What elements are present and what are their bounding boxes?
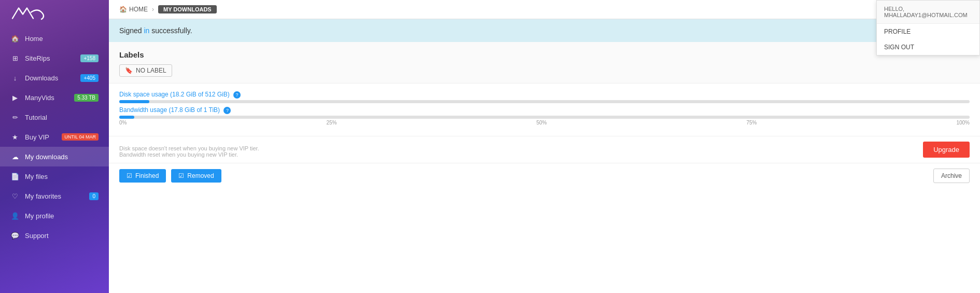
- main-content: HELLO, MHALLADAY1@HOTMAIL.COM PROFILE SI…: [109, 0, 980, 293]
- progress-scale: 0% 25% 50% 75% 100%: [119, 120, 970, 125]
- notes-line2: Bandwidth reset when you buying new VIP …: [119, 151, 259, 158]
- sidebar-item-label: SiteRips: [25, 54, 50, 62]
- sidebar: 🏠 Home ⊞ SiteRips +158 ↓ Downloads +405 …: [0, 0, 109, 293]
- user-email: HELLO, MHALLADAY1@HOTMAIL.COM: [877, 1, 979, 24]
- favorites-badge: 0: [89, 192, 99, 200]
- sidebar-item-label: My favorites: [25, 192, 61, 200]
- sidebar-item-label: ManyVids: [25, 94, 54, 102]
- notes-section: Disk space doesn't reset when you buying…: [109, 136, 980, 163]
- breadcrumb-separator: ›: [152, 6, 154, 13]
- breadcrumb: 🏠 HOME › MY DOWNLOADS: [109, 0, 980, 19]
- success-text-after: successfully.: [149, 26, 192, 35]
- disk-usage-label[interactable]: Disk space usage (18.2 GiB of 512 GiB) ?: [119, 91, 970, 99]
- disk-usage-row: Disk space usage (18.2 GiB of 512 GiB) ?: [119, 91, 970, 103]
- vip-badge: UNTIL 04 MAR: [62, 133, 99, 141]
- sidebar-item-buyvip[interactable]: ★ Buy VIP UNTIL 04 MAR: [0, 127, 109, 147]
- content-area: Labels 🔖 NO LABEL Disk space usage (18.2…: [109, 42, 980, 293]
- user-dropdown: HELLO, MHALLADAY1@HOTMAIL.COM PROFILE SI…: [876, 0, 980, 55]
- removed-filter-button[interactable]: ☑ Removed: [171, 169, 221, 183]
- sidebar-item-label: Buy VIP: [25, 133, 49, 141]
- heart-icon: ♡: [10, 191, 20, 201]
- success-highlight: in: [144, 26, 149, 35]
- manyvids-badge: 5.33 TB: [74, 94, 99, 102]
- finished-filter-button[interactable]: ☑ Finished: [119, 169, 166, 183]
- no-label-tag[interactable]: 🔖 NO LABEL: [119, 64, 172, 77]
- support-icon: 💬: [10, 231, 20, 240]
- sidebar-item-mydownloads[interactable]: ☁ My downloads: [0, 147, 109, 166]
- profile-link[interactable]: PROFILE: [877, 24, 979, 39]
- cloud-icon: ☁: [10, 152, 20, 161]
- person-icon: 👤: [10, 211, 20, 220]
- play-icon: ▶: [10, 93, 20, 102]
- breadcrumb-home-label: HOME: [129, 6, 148, 13]
- bandwidth-usage-row: Bandwidth usage (17.8 GiB of 1 TiB) ? 0%…: [119, 106, 970, 125]
- finished-checkbox-icon: ☑: [127, 172, 132, 179]
- no-label-text: NO LABEL: [136, 67, 166, 74]
- sidebar-item-tutorial[interactable]: ✏ Tutorial: [0, 107, 109, 127]
- labels-title: Labels: [119, 50, 970, 59]
- finished-filter-label: Finished: [135, 172, 159, 179]
- sidebar-item-siterips[interactable]: ⊞ SiteRips +158: [0, 48, 109, 68]
- breadcrumb-home[interactable]: 🏠 HOME: [119, 6, 148, 13]
- bandwidth-usage-label[interactable]: Bandwidth usage (17.8 GiB of 1 TiB) ?: [119, 106, 970, 114]
- sidebar-item-label: Home: [25, 35, 43, 43]
- home-breadcrumb-icon: 🏠: [119, 6, 127, 13]
- sidebar-item-downloads[interactable]: ↓ Downloads +405: [0, 68, 109, 88]
- bandwidth-help-icon[interactable]: ?: [223, 107, 231, 114]
- sidebar-item-label: Support: [25, 232, 49, 240]
- siterips-badge: +158: [80, 54, 99, 62]
- bookmark-icon: 🔖: [125, 67, 133, 74]
- bandwidth-progress-bar: [119, 116, 970, 119]
- sidebar-item-home[interactable]: 🏠 Home: [0, 29, 109, 48]
- success-text-before: Signed: [119, 26, 144, 35]
- archive-button[interactable]: Archive: [933, 169, 970, 183]
- grid-icon: ⊞: [10, 53, 20, 63]
- sidebar-item-label: My profile: [25, 212, 54, 220]
- edit-icon: ✏: [10, 113, 20, 122]
- sidebar-navigation: 🏠 Home ⊞ SiteRips +158 ↓ Downloads +405 …: [0, 29, 109, 293]
- usage-section: Disk space usage (18.2 GiB of 512 GiB) ?…: [109, 83, 980, 136]
- sidebar-logo: [0, 0, 109, 29]
- sidebar-item-myprofile[interactable]: 👤 My profile: [0, 206, 109, 226]
- notes-text: Disk space doesn't reset when you buying…: [119, 145, 259, 158]
- downloads-badge: +405: [80, 74, 99, 82]
- disk-help-icon[interactable]: ?: [233, 91, 241, 99]
- filter-bar: ☑ Finished ☑ Removed Archive: [109, 163, 980, 188]
- bandwidth-progress-fill: [119, 116, 134, 119]
- labels-section: Labels 🔖 NO LABEL: [109, 42, 980, 83]
- sidebar-item-manyvids[interactable]: ▶ ManyVids 5.33 TB: [0, 88, 109, 107]
- sidebar-item-label: My downloads: [25, 153, 68, 161]
- removed-filter-label: Removed: [187, 172, 214, 179]
- file-icon: 📄: [10, 172, 20, 181]
- breadcrumb-current: MY DOWNLOADS: [158, 5, 217, 13]
- sidebar-item-myfiles[interactable]: 📄 My files: [0, 166, 109, 186]
- disk-progress-bar: [119, 100, 970, 103]
- star-icon: ★: [10, 132, 20, 142]
- sidebar-item-support[interactable]: 💬 Support: [0, 226, 109, 245]
- success-banner: Signed in successfully.: [109, 19, 980, 42]
- upgrade-button[interactable]: Upgrade: [923, 142, 970, 158]
- home-icon: 🏠: [10, 34, 20, 43]
- notes-line1: Disk space doesn't reset when you buying…: [119, 145, 259, 151]
- sidebar-item-label: My files: [25, 173, 48, 180]
- sidebar-item-label: Downloads: [25, 74, 58, 82]
- disk-progress-fill: [119, 100, 149, 103]
- download-icon: ↓: [10, 73, 20, 82]
- signout-link[interactable]: SIGN OUT: [877, 39, 979, 55]
- removed-checkbox-icon: ☑: [178, 172, 184, 179]
- sidebar-item-myfavorites[interactable]: ♡ My favorites 0: [0, 186, 109, 206]
- sidebar-item-label: Tutorial: [25, 114, 47, 121]
